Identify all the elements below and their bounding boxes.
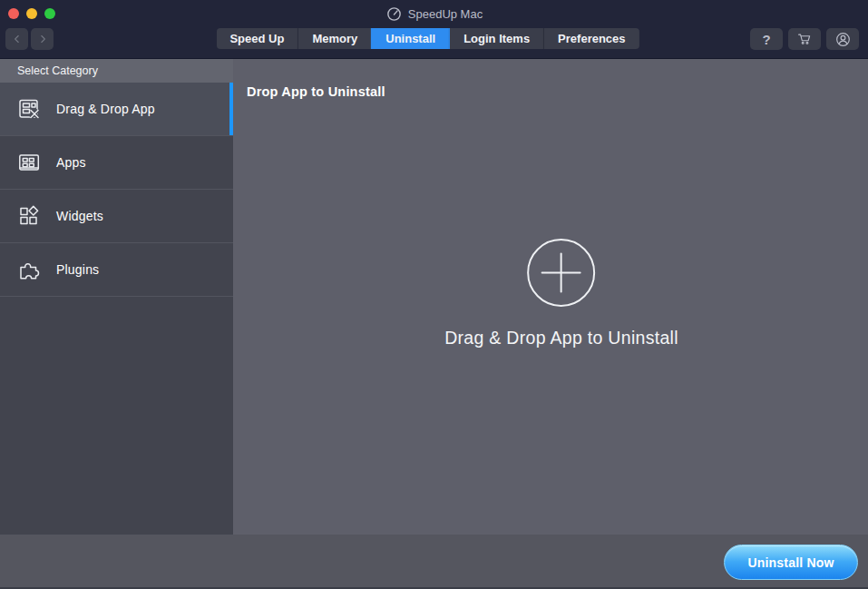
back-button[interactable]: [5, 28, 28, 50]
sidebar-item-drag-drop-app[interactable]: Drag & Drop App: [0, 83, 233, 136]
window-title: SpeedUp Mac: [0, 0, 868, 27]
chevron-right-icon: [36, 33, 49, 45]
tab-login-items[interactable]: Login Items: [449, 28, 543, 49]
plus-icon: [526, 238, 596, 308]
forward-button[interactable]: [31, 28, 54, 50]
nav-row: Speed Up Memory Uninstall Login Items Pr…: [0, 27, 868, 58]
help-button[interactable]: ?: [750, 28, 783, 50]
chevron-left-icon: [11, 33, 24, 45]
app-window: SpeedUp Mac Speed Up Memory Unin: [0, 0, 868, 589]
speedometer-icon: [385, 5, 403, 23]
drag-drop-app-icon: [17, 97, 41, 121]
sidebar-item-label: Apps: [56, 155, 86, 170]
history-buttons: [5, 28, 54, 50]
cart-button[interactable]: [788, 28, 821, 50]
main-panel: Drop App to Uninstall Drag & Drop App to…: [233, 59, 868, 535]
sidebar-item-label: Drag & Drop App: [56, 102, 155, 116]
account-icon: [834, 31, 852, 48]
widgets-icon: [17, 204, 41, 228]
window-title-text: SpeedUp Mac: [408, 7, 483, 21]
tab-bar: Speed Up Memory Uninstall Login Items Pr…: [216, 28, 639, 49]
sidebar-item-label: Widgets: [56, 209, 103, 223]
nav-right-buttons: ?: [750, 28, 859, 50]
uninstall-now-button[interactable]: Uninstall Now: [724, 545, 858, 580]
sidebar-item-apps[interactable]: Apps: [0, 136, 233, 190]
plugins-icon: [17, 258, 41, 281]
category-sidebar: Select Category Drag & Drop App: [0, 59, 233, 535]
topbar: SpeedUp Mac Speed Up Memory Unin: [0, 0, 868, 59]
apps-icon: [17, 151, 41, 174]
sidebar-item-plugins[interactable]: Plugins: [0, 243, 233, 297]
cart-icon: [796, 31, 813, 47]
page-title: Drop App to Uninstall: [247, 84, 385, 99]
sidebar-item-widgets[interactable]: Widgets: [0, 190, 233, 243]
content-area: Select Category Drag & Drop App: [0, 59, 868, 535]
sidebar-header: Select Category: [0, 59, 233, 83]
sidebar-item-label: Plugins: [56, 262, 99, 277]
titlebar: SpeedUp Mac: [0, 0, 868, 27]
dropzone-label: Drag & Drop App to Uninstall: [444, 328, 678, 348]
tab-uninstall[interactable]: Uninstall: [371, 28, 449, 49]
account-button[interactable]: [826, 28, 859, 50]
tab-preferences[interactable]: Preferences: [543, 28, 639, 49]
dropzone[interactable]: Drag & Drop App to Uninstall: [444, 238, 678, 348]
footer-bar: Uninstall Now: [0, 535, 868, 589]
tab-memory[interactable]: Memory: [297, 28, 371, 49]
tab-speed-up[interactable]: Speed Up: [216, 28, 297, 49]
